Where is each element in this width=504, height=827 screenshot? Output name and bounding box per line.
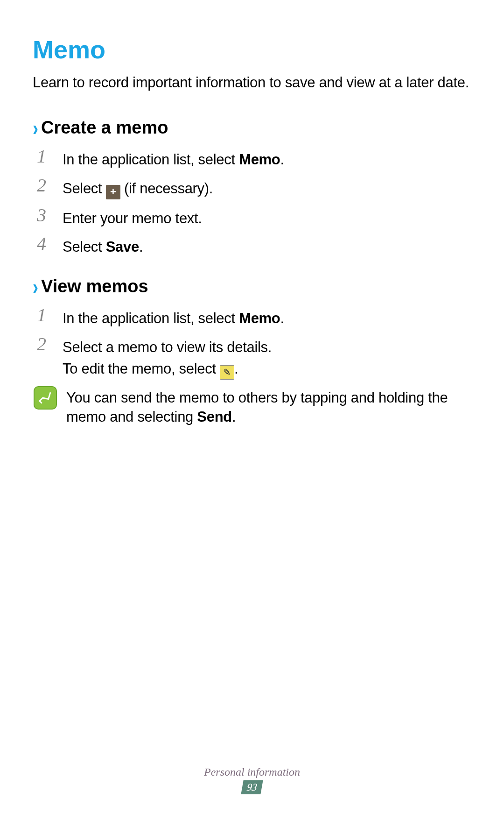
bold-send: Send (197, 409, 232, 425)
text: In the application list, select (63, 151, 239, 168)
step-number: 2 (34, 176, 49, 195)
step-a1: 1 In the application list, select Memo. (33, 147, 471, 170)
step-body: In the application list, select Memo. (63, 306, 284, 328)
step-body: Select Save. (63, 234, 143, 257)
page-footer: Personal information 93 (0, 766, 504, 794)
step-body: In the application list, select Memo. (63, 147, 284, 170)
step-number: 3 (34, 206, 49, 225)
plus-icon: + (106, 185, 120, 199)
text: Select a memo to view its details. (63, 339, 272, 355)
text: In the application list, select (63, 310, 239, 326)
text: . (232, 409, 236, 425)
chevron-right-icon: › (33, 276, 38, 297)
text: . (234, 360, 238, 377)
section-heading-create: › Create a memo (33, 118, 471, 138)
note-text: You can send the memo to others by tappi… (66, 386, 471, 427)
note-icon (34, 386, 57, 410)
bold-app-name: Memo (239, 310, 280, 326)
bold-app-name: Memo (239, 151, 280, 168)
text: Select (63, 180, 106, 197)
text: . (139, 239, 143, 255)
step-a3: 3 Enter your memo text. (33, 206, 471, 228)
chevron-right-icon: › (33, 117, 38, 139)
text: Select (63, 239, 106, 255)
text: You can send the memo to others by tappi… (66, 389, 448, 425)
page-title: Memo (33, 35, 471, 64)
heading-create-text: Create a memo (41, 118, 168, 138)
bold-save: Save (106, 239, 139, 255)
step-b1: 1 In the application list, select Memo. (33, 306, 471, 328)
text: (if necessary). (120, 180, 213, 197)
step-body: Enter your memo text. (63, 206, 202, 228)
text: . (280, 310, 284, 326)
step-a4: 4 Select Save. (33, 234, 471, 257)
step-body: Select + (if necessary). (63, 176, 213, 199)
step-body: Select a memo to view its details. To ed… (63, 335, 272, 379)
step-number: 1 (34, 306, 49, 325)
footer-page-number: 93 (241, 780, 263, 794)
note-block: You can send the memo to others by tappi… (33, 386, 471, 427)
step-b2: 2 Select a memo to view its details. To … (33, 335, 471, 379)
text: . (280, 151, 284, 168)
footer-category: Personal information (0, 766, 504, 778)
step-number: 2 (34, 335, 49, 353)
heading-view-text: View memos (41, 276, 148, 297)
intro-text: Learn to record important information to… (33, 73, 471, 92)
step-a2: 2 Select + (if necessary). (33, 176, 471, 199)
step-number: 1 (34, 147, 49, 166)
text: To edit the memo, select (63, 360, 220, 377)
section-heading-view: › View memos (33, 276, 471, 297)
pencil-icon: ✎ (220, 365, 234, 380)
step-number: 4 (34, 234, 49, 253)
